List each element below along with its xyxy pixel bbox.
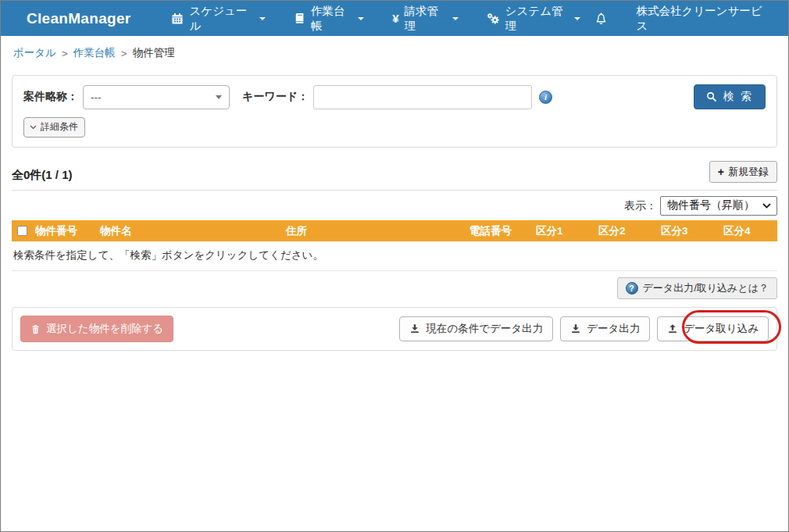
search-row: 案件略称： --- キーワード： i 検 索 [23,84,766,109]
chevron-down-icon [574,17,580,20]
header-cell-category3: 区分3 [661,224,723,238]
header-cell-property-no: 物件番号 [35,224,100,238]
info-icon[interactable]: i [539,91,552,104]
select-all-checkbox[interactable] [17,226,27,236]
detail-conditions-button[interactable]: 詳細条件 [23,117,85,137]
chevron-down-icon [452,17,459,20]
search-panel: 案件略称： --- キーワード： i 検 索 [12,75,777,148]
trash-icon [30,323,41,335]
delete-selected-button[interactable]: 選択した物件を削除する [20,316,173,342]
breadcrumb: ポータル > 作業台帳 > 物件管理 [13,46,788,60]
breadcrumb-work-ledger[interactable]: 作業台帳 [73,46,116,60]
new-register-button[interactable]: + 新規登録 [709,161,777,183]
chevron-down-icon [216,95,222,99]
navbar-right: 株式会社クリーンサービス [594,4,788,34]
header-cell-category1: 区分1 [536,224,598,238]
display-label: 表示： [624,199,657,213]
display-row: 表示： 物件番号（昇順） [12,196,777,216]
top-navbar: CleanManager スケジュール [1,1,788,36]
result-count: 全0件(1 / 1) [12,168,73,183]
action-bar: 選択した物件を削除する 現在の条件でデータ出力 [12,307,777,351]
export-button[interactable]: データ出力 [560,316,650,341]
keyword-input[interactable] [313,85,532,109]
search-icon [706,91,717,102]
menu-work-ledger-label: 作業台帳 [311,4,352,34]
new-register-label: 新規登録 [728,165,769,179]
calendar-icon [171,12,184,25]
import-button[interactable]: データ取り込み [657,316,769,341]
empty-result-message: 検索条件を指定して、「検索」ボタンをクリックしてください。 [12,241,777,271]
company-menu[interactable]: 株式会社クリーンサービス [636,4,765,34]
chevron-down-icon [762,203,771,209]
menu-system[interactable]: システム管理 [473,1,595,36]
question-icon: ? [626,282,638,295]
data-io-buttons: 現在の条件でデータ出力 データ出力 データ取り込 [399,316,769,341]
export-label: データ出力 [587,322,640,336]
properties-table: 物件番号 物件名 住所 電話番号 区分1 区分2 区分3 区分4 検索条件を指定… [12,220,777,271]
download-icon [570,323,581,334]
menu-work-ledger[interactable]: 作業台帳 [280,1,379,36]
breadcrumb-current-page: 物件管理 [133,46,175,60]
menu-system-label: システム管理 [505,4,568,34]
breadcrumb-separator: > [121,48,127,59]
chevron-down-icon [30,125,37,130]
main-menu: スケジュール 作業台帳 ¥ 請求管理 [157,1,594,36]
book-icon [294,12,305,24]
brand-logo[interactable]: CleanManager [27,10,130,27]
notification-bell-icon[interactable] [594,12,608,26]
header-cell-property-name: 物件名 [100,224,286,238]
detail-row: 詳細条件 [23,117,766,137]
sort-order-select[interactable]: 物件番号（昇順） [660,196,777,216]
menu-billing[interactable]: ¥ 請求管理 [378,1,472,36]
chevron-down-icon [259,17,266,20]
export-with-conditions-button[interactable]: 現在の条件でデータ出力 [399,316,553,341]
results-header: 全0件(1 / 1) + 新規登録 [12,161,777,191]
header-cell-address: 住所 [286,224,469,238]
help-row: ? データ出力/取り込みとは？ [12,277,777,299]
menu-schedule-label: スケジュール [189,4,252,34]
data-io-help-button[interactable]: ? データ出力/取り込みとは？ [617,277,777,299]
menu-billing-label: 請求管理 [405,4,445,34]
header-cell-category2: 区分2 [598,224,661,238]
case-abbrev-value: --- [91,91,102,103]
export-with-conditions-label: 現在の条件でデータ出力 [426,322,543,336]
search-button-label: 検 索 [723,90,753,104]
detail-conditions-label: 詳細条件 [41,120,78,134]
import-label: データ取り込み [684,322,759,336]
upload-icon [667,323,678,334]
header-cell-phone: 電話番号 [469,224,536,238]
keyword-label: キーワード： [242,90,309,104]
case-abbrev-select[interactable]: --- [83,85,230,109]
yen-icon: ¥ [392,12,398,25]
header-cell-checkbox [12,226,35,236]
sort-order-value: 物件番号（昇順） [667,198,755,212]
chevron-down-icon [358,17,364,20]
menu-schedule[interactable]: スケジュール [157,1,279,36]
plus-icon: + [718,166,724,178]
search-button[interactable]: 検 索 [694,84,766,109]
data-io-help-label: データ出力/取り込みとは？ [643,281,769,295]
header-cell-category4: 区分4 [723,224,777,238]
download-icon [409,323,420,334]
delete-selected-label: 選択した物件を削除する [46,322,163,336]
case-abbrev-label: 案件略称： [23,90,78,104]
gears-icon [487,12,500,25]
breadcrumb-portal[interactable]: ポータル [13,46,56,60]
app-window: CleanManager スケジュール [0,0,789,532]
breadcrumb-separator: > [62,48,68,59]
table-header-row: 物件番号 物件名 住所 電話番号 区分1 区分2 区分3 区分4 [12,220,777,241]
